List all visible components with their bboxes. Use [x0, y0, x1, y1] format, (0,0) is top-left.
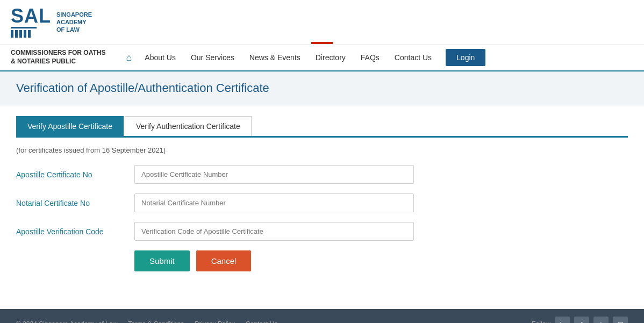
- verification-code-label: Apostille Verification Code: [16, 227, 134, 236]
- nav-section-title-line1: COMMISSIONERS FOR OATHS: [11, 49, 105, 58]
- cancel-button[interactable]: Cancel: [196, 250, 252, 271]
- pillar-2: [15, 30, 18, 38]
- nav-link-directory[interactable]: Directory: [309, 50, 352, 65]
- nav-section-title-line2: & NOTARIES PUBLIC: [11, 58, 105, 66]
- pillar-5: [28, 30, 31, 38]
- red-bar: [311, 42, 333, 44]
- footer-link-terms[interactable]: Terms & Conditions: [128, 320, 184, 323]
- main-content: Verify Apostille Certificate Verify Auth…: [0, 105, 644, 293]
- footer-link-contact[interactable]: Contact Us: [246, 320, 277, 323]
- top-header: SAL SINGAPORE ACADEMY OF LAW: [0, 0, 644, 45]
- login-button[interactable]: Login: [446, 49, 485, 66]
- tabs: Verify Apostille Certificate Verify Auth…: [16, 116, 628, 138]
- tab-authentication[interactable]: Verify Authentication Certificate: [125, 116, 252, 136]
- footer-link-privacy[interactable]: Privacy Policy: [195, 320, 235, 323]
- pillar-1: [11, 30, 13, 38]
- logo-tagline: SINGAPORE ACADEMY OF LAW: [56, 11, 92, 34]
- logo-area: SAL SINGAPORE ACADEMY OF LAW: [11, 6, 92, 38]
- logo-sal-pillars: [11, 30, 31, 38]
- apostille-cert-input[interactable]: [134, 165, 414, 184]
- logo-tagline-line2: ACADEMY: [56, 18, 92, 26]
- nav-link-contact[interactable]: Contact Us: [388, 50, 438, 65]
- notarial-cert-input[interactable]: [134, 193, 414, 212]
- nav-link-services[interactable]: Our Services: [184, 50, 241, 65]
- verification-code-row: Apostille Verification Code: [16, 222, 628, 241]
- notarial-cert-row: Notarial Certificate No: [16, 193, 628, 212]
- nav-bar: COMMISSIONERS FOR OATHS & NOTARIES PUBLI…: [0, 45, 644, 71]
- nav-link-faqs[interactable]: FAQs: [354, 50, 386, 65]
- footer: © 2024 Singapore Academy of Law Terms & …: [0, 309, 644, 323]
- page-title-bar: Verification of Apostille/Authentication…: [0, 71, 644, 105]
- nav-links: ⌂ About Us Our Services News & Events Di…: [121, 49, 633, 67]
- follow-label: Follow: [532, 320, 550, 323]
- footer-social: Follow in f t ✉: [532, 317, 628, 323]
- verification-code-input[interactable]: [134, 222, 414, 241]
- page-title: Verification of Apostille/Authentication…: [16, 81, 628, 95]
- apostille-cert-row: Apostille Certificate No: [16, 165, 628, 184]
- nav-section-title: COMMISSIONERS FOR OATHS & NOTARIES PUBLI…: [11, 49, 105, 66]
- social-email-icon[interactable]: ✉: [613, 317, 628, 323]
- home-icon[interactable]: ⌂: [121, 49, 136, 67]
- social-facebook-icon[interactable]: f: [574, 317, 589, 323]
- form-note: (for certificates issued from 16 Septemb…: [16, 146, 628, 154]
- notarial-cert-label: Notarial Certificate No: [16, 199, 134, 207]
- social-twitter-icon[interactable]: t: [593, 317, 609, 323]
- logo-sal-line: [11, 27, 37, 28]
- logo-tagline-line3: OF LAW: [56, 26, 92, 33]
- apostille-cert-label: Apostille Certificate No: [16, 170, 134, 179]
- pillar-3: [19, 30, 22, 38]
- footer-copyright: © 2024 Singapore Academy of Law: [16, 320, 117, 323]
- logo-sal: SAL: [11, 6, 51, 38]
- form-actions: Submit Cancel: [134, 250, 628, 271]
- tab-apostille[interactable]: Verify Apostille Certificate: [16, 116, 124, 136]
- submit-button[interactable]: Submit: [134, 250, 190, 271]
- logo-tagline-line1: SINGAPORE: [56, 11, 92, 18]
- pillar-4: [24, 30, 26, 38]
- nav-link-news[interactable]: News & Events: [243, 50, 307, 65]
- social-linkedin-icon[interactable]: in: [555, 317, 570, 323]
- logo-sal-text: SAL: [11, 6, 51, 26]
- nav-link-about[interactable]: About Us: [138, 50, 182, 65]
